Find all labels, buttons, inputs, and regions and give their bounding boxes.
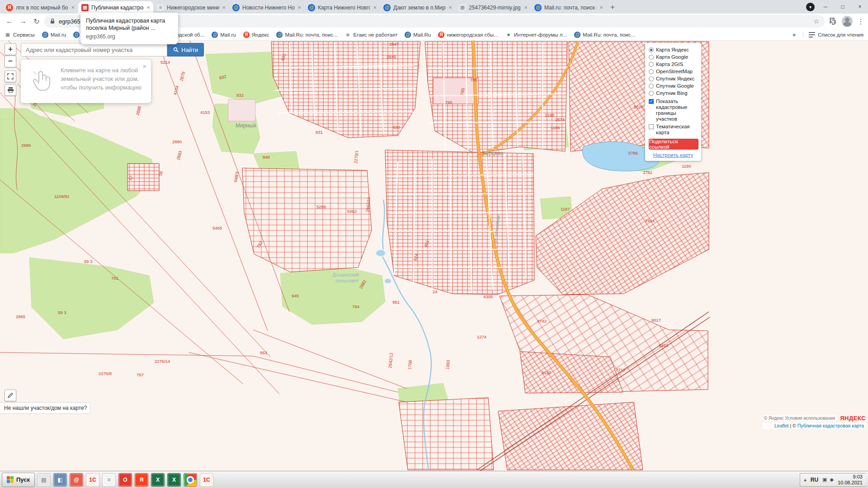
- language-indicator[interactable]: RU: [811, 477, 818, 483]
- layer-option[interactable]: Карта 2GIS: [649, 61, 698, 68]
- zoom-out-button[interactable]: −: [5, 56, 16, 67]
- not-found-bar[interactable]: Не нашли участок/дом на карте?: [0, 402, 90, 414]
- bookmark-item[interactable]: @Mail.Ru: почта, поис...: [574, 32, 635, 38]
- print-button[interactable]: [5, 84, 16, 96]
- bookmark-item[interactable]: ЯЯндекс: [243, 32, 269, 38]
- radio-icon: [649, 69, 654, 74]
- fullscreen-button[interactable]: [5, 70, 16, 82]
- taskbar-app-1c-2-icon[interactable]: 1С: [200, 473, 213, 487]
- tab-close-icon[interactable]: ×: [297, 4, 301, 11]
- tab-close-icon[interactable]: ×: [373, 4, 377, 11]
- bookmark-item[interactable]: @Mail.Ru: [405, 32, 431, 38]
- layer-option[interactable]: Карта Google: [649, 53, 698, 61]
- bookmark-label: Яндекс: [252, 32, 269, 38]
- draw-button[interactable]: [5, 389, 16, 401]
- tab-close-icon[interactable]: ×: [448, 4, 452, 11]
- map-canvas[interactable]: 2847284652148318322879415483228884153785…: [0, 41, 868, 471]
- taskbar-app-notes-icon[interactable]: ▤: [37, 473, 51, 487]
- find-button[interactable]: Найти: [167, 43, 204, 56]
- back-button[interactable]: ←: [4, 15, 15, 27]
- bookmark-item[interactable]: Янижегородская сбы...: [438, 32, 498, 38]
- tab-close-icon[interactable]: ×: [599, 4, 603, 11]
- yandex-terms-link[interactable]: © Яндекс Условия использования: [763, 415, 837, 421]
- zoom-in-button[interactable]: +: [5, 43, 16, 55]
- search-input[interactable]: [21, 47, 167, 53]
- browser-menu-icon[interactable]: ⋮: [857, 17, 864, 26]
- tab-title: Нижегородское минимущест: [167, 5, 219, 11]
- tab-close-icon[interactable]: ×: [222, 4, 226, 11]
- bookmark-star-icon[interactable]: ☆: [813, 18, 819, 25]
- option-label: Тематическая карта: [656, 124, 698, 136]
- tray-volume-icon[interactable]: ◆: [830, 477, 833, 483]
- layer-option[interactable]: OpenStreetMap: [649, 68, 698, 75]
- reload-button[interactable]: ↻: [31, 15, 42, 27]
- taskbar-app-1c-icon[interactable]: 1С: [86, 473, 99, 487]
- taskbar-app-yandex-browser-icon[interactable]: Я: [135, 473, 148, 487]
- browser-tab[interactable]: @Карта Нижнего Новгорода×: [305, 1, 380, 14]
- layer-option[interactable]: Спутник Яндекс: [649, 75, 698, 82]
- map-option[interactable]: ✓Показать кадастровые границы участков: [649, 99, 698, 122]
- browser-tab[interactable]: @Дают землю в п.Мирном Бог×: [380, 1, 455, 14]
- layer-option[interactable]: Спутник Google: [649, 82, 698, 89]
- bookmark-item[interactable]: @Mail.Ru: почта, поис...: [276, 32, 337, 38]
- window-maximize-button[interactable]: □: [836, 2, 849, 12]
- leaflet-link[interactable]: Leaflet: [774, 423, 789, 428]
- forward-button[interactable]: →: [17, 15, 29, 27]
- start-button[interactable]: Пуск: [2, 473, 35, 487]
- taskbar-app-excel-1-icon[interactable]: X: [151, 473, 165, 487]
- map-viewport[interactable]: 2847284652148318322879415483228884153785…: [0, 41, 868, 471]
- taskbar-app-notepad-icon[interactable]: ≡: [102, 473, 116, 487]
- layer-option[interactable]: Спутник Bing: [649, 89, 698, 97]
- tray-time: 9:03: [853, 474, 863, 480]
- browser-tab[interactable]: ▦254736429-mirniy.jpg (1920 ××: [456, 1, 531, 14]
- reading-list-button[interactable]: Список для чтения: [803, 32, 863, 38]
- map-option[interactable]: Тематическая карта: [649, 124, 698, 136]
- taskbar-app-excel-2-icon[interactable]: X: [167, 473, 181, 487]
- search-icon: [173, 47, 179, 52]
- configure-map-link[interactable]: Настроить карту: [649, 152, 698, 158]
- hint-line3: чтобы получить информацию: [61, 83, 142, 92]
- tab-close-icon[interactable]: ×: [71, 4, 75, 11]
- profile-avatar[interactable]: [842, 16, 853, 27]
- bookmark-item[interactable]: ◉Егаис не работает: [345, 32, 398, 38]
- browser-tab[interactable]: @Mail.ru: почта, поиск в интер×: [531, 1, 606, 14]
- bookmark-item[interactable]: @Mail.ru: [42, 32, 66, 38]
- window-close-button[interactable]: ×: [854, 2, 866, 12]
- new-tab-button[interactable]: +: [607, 1, 618, 13]
- bookmark-item[interactable]: ▦Сервисы: [5, 32, 35, 38]
- share-link-button[interactable]: Поделиться ссылкой: [649, 139, 698, 150]
- layer-option[interactable]: Карта Яндекс: [649, 46, 698, 53]
- tab-close-icon[interactable]: ×: [146, 4, 150, 11]
- option-label: Показать кадастровые границы участков: [656, 99, 698, 122]
- mailru-icon: @: [574, 32, 580, 38]
- tray-network-icon[interactable]: ▣: [822, 477, 827, 483]
- window-minimize-button[interactable]: ─: [819, 2, 832, 12]
- browser-tab[interactable]: ▦Публичная кадастровая кар×: [78, 1, 153, 14]
- tab-close-icon[interactable]: ×: [524, 4, 528, 11]
- browser-tab[interactable]: @Новости Нижнего Новгорода×: [229, 1, 304, 14]
- tab-search-icon[interactable]: ▾: [806, 3, 815, 11]
- taskbar-app-system-icon[interactable]: ◧: [53, 473, 67, 487]
- radio-icon: [649, 84, 654, 89]
- tray-chevron-icon[interactable]: ▴: [804, 477, 807, 483]
- clock[interactable]: 9:03 10.08.2021: [838, 474, 863, 486]
- browser-tab[interactable]: ≡Нижегородское минимущест×: [154, 1, 229, 14]
- bookmarks-overflow-icon[interactable]: »: [793, 31, 796, 38]
- parcel-number-label: 781: [111, 276, 118, 281]
- bookmark-item[interactable]: ♣Интернет-форумы л...: [505, 32, 567, 38]
- browser-tab[interactable]: Ялпх в пос мирный богородск×: [3, 1, 78, 14]
- map-place-label: Мирный: [236, 122, 256, 129]
- taskbar-app-chrome-icon[interactable]: [184, 473, 197, 487]
- yandex-logo[interactable]: ЯНДЕКС: [840, 415, 866, 422]
- printer-icon: [7, 87, 14, 93]
- parcel-number-label: 1093: [445, 360, 451, 370]
- hint-close-icon[interactable]: ×: [142, 62, 146, 70]
- bookmark-label: Егаис не работает: [354, 32, 398, 38]
- parcel-number-label: 5465: [212, 225, 222, 230]
- extensions-puzzle-icon[interactable]: [829, 17, 837, 25]
- bookmark-item[interactable]: @Mail.ru: [212, 32, 236, 38]
- taskbar-app-mail-icon[interactable]: @: [70, 473, 83, 487]
- pkk-link[interactable]: Публичная кадастровая карта: [797, 423, 864, 428]
- taskbar-app-opera-icon[interactable]: O: [118, 473, 132, 487]
- doc-favicon-icon: ≡: [157, 4, 164, 11]
